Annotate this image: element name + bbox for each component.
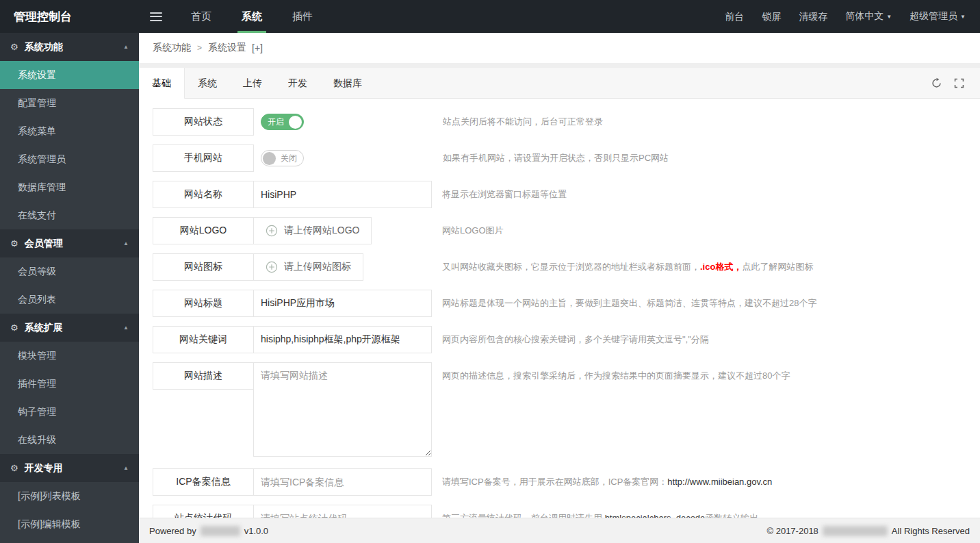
topnav-item[interactable]: 插件 — [277, 0, 328, 33]
help-text: 网页的描述信息，搜索引擎采纳后，作为搜索结果中的页面摘要显示，建议不超过80个字 — [442, 370, 790, 381]
tab[interactable]: 基础 — [139, 68, 185, 99]
redacted-text — [823, 526, 888, 536]
field-control — [253, 181, 432, 208]
sidebar-item[interactable]: 配置管理 — [0, 89, 139, 117]
chevron-up-icon: ▲ — [123, 240, 129, 247]
field-label: 网站关键词 — [153, 326, 254, 353]
footer-powered-by: Powered byv1.0.0 — [149, 526, 268, 536]
field-control — [253, 326, 432, 353]
tab-bar: 基础系统上传开发数据库 — [139, 68, 980, 99]
form-row: ICP备案信息请填写ICP备案号，用于展示在网站底部，ICP备案官网：http:… — [153, 468, 966, 496]
topbar-action[interactable]: 前台 — [716, 0, 753, 33]
toggle-off[interactable]: 关闭 — [261, 150, 304, 166]
footer-copyright: © 2017-2018All Rights Reserved — [766, 526, 970, 536]
tab[interactable]: 数据库 — [320, 68, 375, 98]
footer-text: © 2017-2018 — [766, 526, 818, 536]
form-row: 网站图标请上传网站图标又叫网站收藏夹图标，它显示位于浏览器的地址栏或者标题前面，… — [153, 253, 966, 281]
gear-icon: ⚙ — [10, 463, 18, 473]
sidebar-section-title: 系统扩展 — [25, 322, 123, 334]
settings-card: 基础系统上传开发数据库 网站状态开启站点关闭后将不能访问 — [139, 68, 980, 532]
sidebar-section-header[interactable]: ⚙会员管理▲ — [0, 229, 139, 257]
toggle-on[interactable]: 开启 — [261, 114, 304, 130]
tab[interactable]: 系统 — [185, 68, 230, 98]
field-help: 站点关闭后将不能访问，后台可正常登录 — [443, 108, 966, 136]
field-label: 网站描述 — [153, 362, 254, 390]
upload-button[interactable]: 请上传网站图标 — [253, 253, 363, 281]
circle-plus-icon — [266, 261, 278, 273]
sidebar-item[interactable]: 系统菜单 — [0, 117, 139, 145]
basic-settings-form: 网站状态开启站点关闭后将不能访问，后台可正常登录手机网站关闭如果有手机网站，请设… — [139, 99, 980, 532]
sidebar-item[interactable]: [示例]列表模板 — [0, 482, 139, 510]
footer: Powered byv1.0.0 © 2017-2018All Rights R… — [139, 518, 980, 543]
sidebar-section-header[interactable]: ⚙开发专用▲ — [0, 454, 139, 482]
tab-list: 基础系统上传开发数据库 — [139, 68, 375, 98]
sidebar-item[interactable]: 会员等级 — [0, 257, 139, 286]
text-input[interactable] — [253, 468, 432, 496]
help-text: 点此了解网站图标 — [742, 262, 813, 272]
field-help: 网站LOGO图片 — [442, 217, 966, 244]
sidebar-section-header[interactable]: ⚙系统功能▲ — [0, 33, 139, 61]
text-input[interactable] — [253, 181, 432, 208]
topbar: 管理控制台 首页系统插件 前台锁屏清缓存简体中文▼超级管理员▼ — [0, 0, 980, 33]
chevron-up-icon: ▲ — [123, 44, 129, 50]
footer-text: v1.0.0 — [244, 526, 268, 536]
sidebar-item[interactable]: 在线支付 — [0, 201, 139, 229]
sidebar-item[interactable]: 钩子管理 — [0, 398, 139, 426]
field-control — [253, 468, 432, 496]
topbar-action[interactable]: 锁屏 — [753, 0, 790, 33]
field-help: 请填写ICP备案号，用于展示在网站底部，ICP备案官网：http://www.m… — [442, 468, 966, 496]
field-label: 网站图标 — [153, 253, 254, 281]
field-control: 关闭 — [254, 144, 433, 172]
sidebar-section-title: 开发专用 — [25, 462, 123, 475]
sidebar-item[interactable]: 会员列表 — [0, 286, 139, 314]
sidebar-item[interactable]: 系统管理员 — [0, 145, 139, 173]
sidebar: ⚙系统功能▲系统设置配置管理系统菜单系统管理员数据库管理在线支付⚙会员管理▲会员… — [0, 33, 139, 543]
text-input[interactable] — [253, 290, 432, 317]
field-help: 网页内容所包含的核心搜索关键词，多个关键字请用英文逗号","分隔 — [442, 326, 966, 353]
breadcrumb-pin-button[interactable]: [+] — [252, 42, 263, 53]
field-help: 网站标题是体现一个网站的主旨，要做到主题突出、标题简洁、连贯等特点，建议不超过2… — [442, 290, 966, 317]
breadcrumb-item-current[interactable]: 系统设置 — [208, 42, 246, 54]
help-text-red: .ico格式， — [700, 262, 742, 272]
footer-text: All Rights Reserved — [892, 526, 970, 536]
form-row: 网站LOGO请上传网站LOGO网站LOGO图片 — [153, 217, 966, 244]
sidebar-item[interactable]: 插件管理 — [0, 370, 139, 398]
fullscreen-icon[interactable] — [953, 77, 965, 89]
field-control: 请上传网站LOGO — [253, 217, 432, 244]
tab[interactable]: 开发 — [275, 68, 320, 98]
topbar-action[interactable]: 简体中文▼ — [836, 0, 901, 34]
main-content: 系统功能 > 系统设置 [+] 基础系统上传开发数据库 — [139, 33, 980, 543]
menu-toggle-icon[interactable] — [150, 12, 162, 21]
text-input[interactable] — [253, 326, 432, 353]
topbar-action[interactable]: 超级管理员▼ — [901, 0, 975, 34]
breadcrumb-item-parent[interactable]: 系统功能 — [153, 42, 191, 54]
sidebar-item[interactable]: 数据库管理 — [0, 173, 139, 201]
form-row: 网站标题网站标题是体现一个网站的主旨，要做到主题突出、标题简洁、连贯等特点，建议… — [153, 290, 966, 317]
help-text: 网站LOGO图片 — [442, 225, 504, 236]
topbar-actions: 前台锁屏清缓存简体中文▼超级管理员▼ — [716, 0, 980, 34]
sidebar-item[interactable]: 在线升级 — [0, 426, 139, 454]
upload-button-label: 请上传网站图标 — [284, 261, 351, 273]
sidebar-item[interactable]: 模块管理 — [0, 342, 139, 370]
textarea-input[interactable] — [253, 362, 432, 457]
sidebar-section-header[interactable]: ⚙系统扩展▲ — [0, 314, 139, 342]
help-text: 网站标题是体现一个网站的主旨，要做到主题突出、标题简洁、连贯等特点，建议不超过2… — [442, 298, 816, 308]
field-help: 网页的描述信息，搜索引擎采纳后，作为搜索结果中的页面摘要显示，建议不超过80个字 — [442, 362, 966, 390]
sidebar-item[interactable]: [示例]编辑模板 — [0, 510, 139, 538]
tab[interactable]: 上传 — [230, 68, 275, 98]
help-text: 请填写ICP备案号，用于展示在网站底部，ICP备案官网： — [442, 477, 667, 487]
breadcrumb: 系统功能 > 系统设置 [+] — [139, 33, 980, 63]
refresh-icon[interactable] — [931, 77, 942, 89]
upload-button-label: 请上传网站LOGO — [284, 225, 359, 237]
circle-plus-icon — [266, 225, 278, 237]
toggle-label: 关闭 — [276, 153, 302, 164]
upload-button[interactable]: 请上传网站LOGO — [253, 217, 372, 244]
topnav-item[interactable]: 首页 — [176, 0, 227, 33]
form-row: 网站名称将显示在浏览器窗口标题等位置 — [153, 181, 966, 208]
topnav-item[interactable]: 系统 — [227, 0, 277, 33]
topbar-action[interactable]: 清缓存 — [790, 0, 836, 33]
help-text: 如果有手机网站，请设置为开启状态，否则只显示PC网站 — [443, 153, 669, 163]
sidebar-item[interactable]: 系统设置 — [0, 61, 139, 89]
chevron-up-icon: ▲ — [123, 465, 129, 471]
sidebar-section-title: 系统功能 — [25, 41, 123, 53]
